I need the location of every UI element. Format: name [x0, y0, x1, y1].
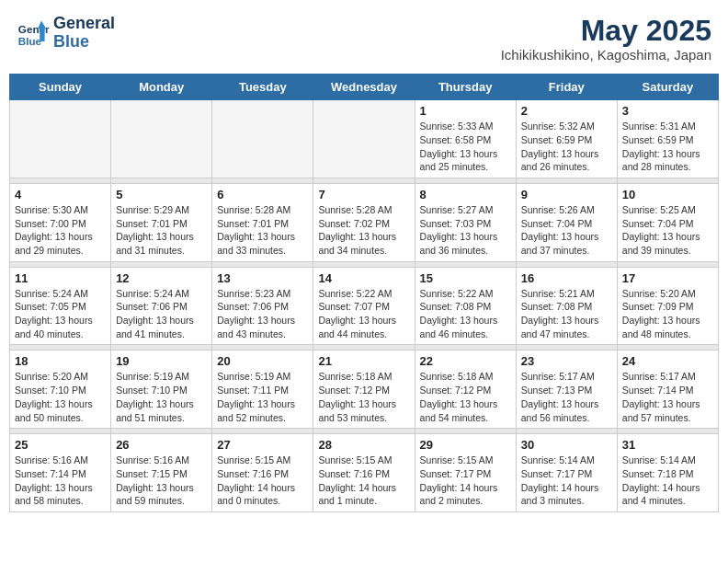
day-info: Sunrise: 5:21 AMSunset: 7:08 PMDaylight:…: [521, 287, 612, 341]
calendar-cell: 27Sunrise: 5:15 AMSunset: 7:16 PMDayligh…: [212, 434, 313, 512]
calendar-cell: 18Sunrise: 5:20 AMSunset: 7:10 PMDayligh…: [10, 350, 111, 429]
day-number: 28: [318, 438, 409, 452]
calendar-cell: 5Sunrise: 5:29 AMSunset: 7:01 PMDaylight…: [111, 183, 212, 261]
calendar-cell: 14Sunrise: 5:22 AMSunset: 7:07 PMDayligh…: [313, 267, 415, 345]
svg-text:Blue: Blue: [18, 34, 42, 46]
calendar-week-4: 18Sunrise: 5:20 AMSunset: 7:10 PMDayligh…: [10, 350, 719, 429]
logo-icon: General Blue: [17, 17, 50, 50]
calendar-cell: 8Sunrise: 5:27 AMSunset: 7:03 PMDaylight…: [415, 183, 516, 261]
day-number: 20: [217, 354, 308, 368]
weekday-header-monday: Monday: [111, 75, 212, 100]
calendar-cell: 17Sunrise: 5:20 AMSunset: 7:09 PMDayligh…: [617, 267, 718, 345]
day-number: 23: [521, 354, 612, 368]
logo-text-line1: General: [53, 15, 115, 33]
calendar-cell: 3Sunrise: 5:31 AMSunset: 6:59 PMDaylight…: [617, 100, 718, 178]
calendar-week-5: 25Sunrise: 5:16 AMSunset: 7:14 PMDayligh…: [10, 434, 719, 512]
day-info: Sunrise: 5:24 AMSunset: 7:06 PMDaylight:…: [116, 287, 207, 341]
calendar-cell: 20Sunrise: 5:19 AMSunset: 7:11 PMDayligh…: [212, 350, 313, 429]
day-number: 31: [622, 438, 713, 452]
day-number: 27: [217, 438, 308, 452]
calendar-cell: 26Sunrise: 5:16 AMSunset: 7:15 PMDayligh…: [111, 434, 212, 512]
calendar-cell: 22Sunrise: 5:18 AMSunset: 7:12 PMDayligh…: [415, 350, 516, 429]
day-info: Sunrise: 5:26 AMSunset: 7:04 PMDaylight:…: [521, 203, 612, 258]
day-number: 19: [116, 354, 207, 368]
day-info: Sunrise: 5:19 AMSunset: 7:11 PMDaylight:…: [217, 370, 308, 424]
day-number: 1: [420, 104, 511, 118]
day-number: 11: [15, 271, 106, 285]
calendar-cell: 23Sunrise: 5:17 AMSunset: 7:13 PMDayligh…: [516, 350, 617, 429]
day-info: Sunrise: 5:20 AMSunset: 7:09 PMDaylight:…: [622, 287, 713, 341]
day-number: 2: [521, 104, 612, 118]
day-number: 10: [622, 188, 713, 201]
day-info: Sunrise: 5:17 AMSunset: 7:13 PMDaylight:…: [521, 370, 612, 424]
calendar-cell: [212, 100, 313, 178]
logo: General Blue General Blue: [17, 15, 115, 52]
location-title: Ichikikushikino, Kagoshima, Japan: [501, 47, 711, 63]
day-info: Sunrise: 5:18 AMSunset: 7:12 PMDaylight:…: [420, 370, 511, 424]
weekday-header-tuesday: Tuesday: [212, 75, 313, 100]
logo-text-line2: Blue: [53, 33, 115, 52]
day-number: 6: [217, 188, 308, 201]
weekday-header-thursday: Thursday: [415, 75, 516, 100]
day-number: 8: [420, 188, 511, 201]
day-info: Sunrise: 5:15 AMSunset: 7:16 PMDaylight:…: [318, 454, 409, 508]
calendar-cell: 6Sunrise: 5:28 AMSunset: 7:01 PMDaylight…: [212, 183, 313, 261]
calendar-cell: 24Sunrise: 5:17 AMSunset: 7:14 PMDayligh…: [617, 350, 718, 429]
calendar-cell: [10, 100, 111, 178]
day-number: 12: [116, 271, 207, 285]
svg-text:General: General: [18, 23, 50, 35]
day-info: Sunrise: 5:20 AMSunset: 7:10 PMDaylight:…: [15, 370, 106, 424]
day-info: Sunrise: 5:24 AMSunset: 7:05 PMDaylight:…: [15, 287, 106, 341]
calendar-cell: 1Sunrise: 5:33 AMSunset: 6:58 PMDaylight…: [415, 100, 516, 178]
day-number: 13: [217, 271, 308, 285]
calendar-cell: [111, 100, 212, 178]
day-info: Sunrise: 5:28 AMSunset: 7:02 PMDaylight:…: [318, 203, 409, 258]
day-number: 18: [15, 354, 106, 368]
title-block: May 2025 Ichikikushikino, Kagoshima, Jap…: [501, 15, 711, 63]
day-info: Sunrise: 5:15 AMSunset: 7:17 PMDaylight:…: [420, 454, 511, 508]
calendar-cell: 29Sunrise: 5:15 AMSunset: 7:17 PMDayligh…: [415, 434, 516, 512]
calendar-cell: 19Sunrise: 5:19 AMSunset: 7:10 PMDayligh…: [111, 350, 212, 429]
day-info: Sunrise: 5:22 AMSunset: 7:07 PMDaylight:…: [318, 287, 409, 341]
page-header: General Blue General Blue May 2025 Ichik…: [9, 9, 719, 68]
weekday-header-saturday: Saturday: [617, 75, 718, 100]
day-number: 30: [521, 438, 612, 452]
day-info: Sunrise: 5:23 AMSunset: 7:06 PMDaylight:…: [217, 287, 308, 341]
day-info: Sunrise: 5:18 AMSunset: 7:12 PMDaylight:…: [318, 370, 409, 424]
day-info: Sunrise: 5:25 AMSunset: 7:04 PMDaylight:…: [622, 203, 713, 258]
calendar-cell: 4Sunrise: 5:30 AMSunset: 7:00 PMDaylight…: [10, 183, 111, 261]
weekday-header-row: SundayMondayTuesdayWednesdayThursdayFrid…: [10, 75, 719, 100]
day-number: 4: [15, 188, 106, 201]
day-info: Sunrise: 5:31 AMSunset: 6:59 PMDaylight:…: [622, 120, 713, 174]
day-number: 17: [622, 271, 713, 285]
calendar-cell: 10Sunrise: 5:25 AMSunset: 7:04 PMDayligh…: [617, 183, 718, 261]
day-number: 14: [318, 271, 409, 285]
day-info: Sunrise: 5:33 AMSunset: 6:58 PMDaylight:…: [420, 120, 511, 174]
calendar-cell: 31Sunrise: 5:14 AMSunset: 7:18 PMDayligh…: [617, 434, 718, 512]
day-number: 3: [622, 104, 713, 118]
day-info: Sunrise: 5:14 AMSunset: 7:18 PMDaylight:…: [622, 454, 713, 508]
calendar-cell: [313, 100, 415, 178]
calendar-week-1: 1Sunrise: 5:33 AMSunset: 6:58 PMDaylight…: [10, 100, 719, 178]
month-title: May 2025: [501, 15, 711, 47]
day-info: Sunrise: 5:19 AMSunset: 7:10 PMDaylight:…: [116, 370, 207, 424]
day-info: Sunrise: 5:15 AMSunset: 7:16 PMDaylight:…: [217, 454, 308, 508]
day-info: Sunrise: 5:27 AMSunset: 7:03 PMDaylight:…: [420, 203, 511, 258]
day-info: Sunrise: 5:14 AMSunset: 7:17 PMDaylight:…: [521, 454, 612, 508]
weekday-header-sunday: Sunday: [10, 75, 111, 100]
calendar-cell: 9Sunrise: 5:26 AMSunset: 7:04 PMDaylight…: [516, 183, 617, 261]
day-number: 21: [318, 354, 409, 368]
day-info: Sunrise: 5:28 AMSunset: 7:01 PMDaylight:…: [217, 203, 308, 258]
calendar-cell: 11Sunrise: 5:24 AMSunset: 7:05 PMDayligh…: [10, 267, 111, 345]
calendar-cell: 2Sunrise: 5:32 AMSunset: 6:59 PMDaylight…: [516, 100, 617, 178]
day-number: 25: [15, 438, 106, 452]
day-info: Sunrise: 5:32 AMSunset: 6:59 PMDaylight:…: [521, 120, 612, 174]
day-info: Sunrise: 5:22 AMSunset: 7:08 PMDaylight:…: [420, 287, 511, 341]
calendar-cell: 25Sunrise: 5:16 AMSunset: 7:14 PMDayligh…: [10, 434, 111, 512]
day-number: 7: [318, 188, 409, 201]
day-number: 22: [420, 354, 511, 368]
day-info: Sunrise: 5:16 AMSunset: 7:14 PMDaylight:…: [15, 454, 106, 508]
calendar-cell: 13Sunrise: 5:23 AMSunset: 7:06 PMDayligh…: [212, 267, 313, 345]
weekday-header-friday: Friday: [516, 75, 617, 100]
day-info: Sunrise: 5:17 AMSunset: 7:14 PMDaylight:…: [622, 370, 713, 424]
